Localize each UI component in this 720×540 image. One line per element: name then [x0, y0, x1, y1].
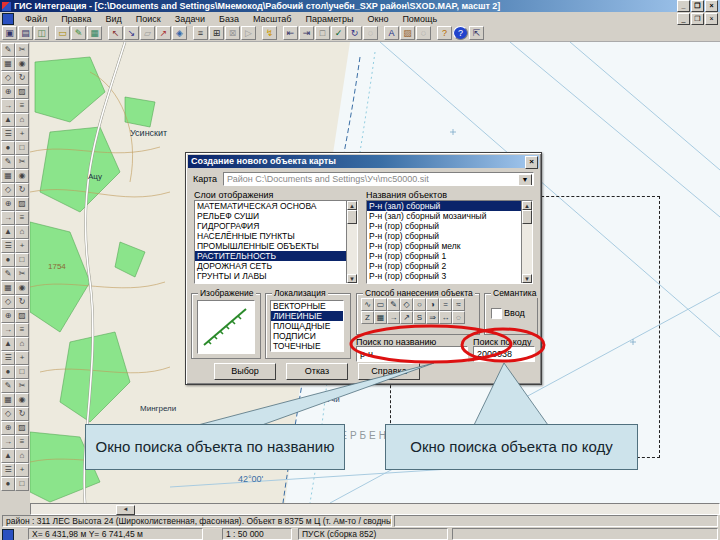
toolbar-button-25[interactable]: ↻	[347, 26, 362, 40]
edit-tool-button-31[interactable]: □	[15, 253, 29, 267]
list-item[interactable]: ЛИНЕЙНЫЕ	[271, 311, 343, 321]
list-item[interactable]: ПОДПИСИ	[271, 331, 343, 341]
edit-tool-button-62[interactable]: ●	[1, 477, 15, 491]
list-item[interactable]: ГРУНТЫ И ЛАВЫ	[195, 271, 347, 281]
chevron-down-icon[interactable]: ▼	[518, 174, 532, 186]
toolbar-button-26[interactable]: ◌	[363, 26, 378, 40]
edit-tool-button-32[interactable]: ✎	[1, 267, 15, 281]
edit-tool-button-29[interactable]: +	[15, 239, 29, 253]
menu-item-5[interactable]: База	[212, 14, 246, 24]
edit-tool-button-15[interactable]: □	[15, 141, 29, 155]
edit-tool-button-57[interactable]: ≡	[15, 435, 29, 449]
edit-tool-button-24[interactable]: →	[1, 211, 15, 225]
list-item[interactable]: Р-н (гор) сборный 3	[367, 271, 522, 281]
toolbar-button-5[interactable]: ✎	[71, 26, 86, 40]
toolbar-button-4[interactable]: ▭	[55, 26, 70, 40]
minimize-button[interactable]: _	[677, 0, 690, 12]
list-item[interactable]: Р-н (гор) сборный 1	[367, 251, 522, 261]
help-button[interactable]: Справка	[358, 363, 420, 380]
mdi-minimize-button[interactable]: _	[677, 13, 690, 25]
edit-tool-button-56[interactable]: →	[1, 435, 15, 449]
scrollbar-thumb[interactable]	[347, 210, 357, 224]
list-item[interactable]: НАСЕЛЁННЫЕ ПУНКТЫ	[195, 231, 347, 241]
toolbar-button-22[interactable]: ⇥	[299, 26, 314, 40]
draw-mode-icon-9[interactable]: ▦	[374, 311, 387, 324]
edit-tool-button-42[interactable]: ▲	[1, 337, 15, 351]
edit-tool-button-3[interactable]: ◉	[15, 57, 29, 71]
edit-tool-button-9[interactable]: ≡	[15, 99, 29, 113]
toolbar-button-28[interactable]: A	[384, 26, 399, 40]
menu-item-1[interactable]: Правка	[54, 14, 98, 24]
toolbar-button-0[interactable]: ▣	[2, 26, 17, 40]
edit-tool-button-5[interactable]: ↻	[15, 71, 29, 85]
edit-tool-button-51[interactable]: ◉	[15, 393, 29, 407]
edit-tool-button-11[interactable]: ⌂	[15, 113, 29, 127]
edit-tool-button-30[interactable]: ●	[1, 253, 15, 267]
list-item[interactable]: Р-н (гор) сборный 2	[367, 261, 522, 271]
edit-tool-button-55[interactable]: ▨	[15, 421, 29, 435]
edit-tool-button-63[interactable]: □	[15, 477, 29, 491]
edit-tool-button-54[interactable]: ⊕	[1, 421, 15, 435]
edit-tool-button-52[interactable]: ◇	[1, 407, 15, 421]
toolbar-button-15[interactable]: ⊞	[209, 26, 224, 40]
edit-tool-button-36[interactable]: ◇	[1, 295, 15, 309]
toolbar-button-21[interactable]: ⇤	[283, 26, 298, 40]
toolbar-button-23[interactable]: □	[315, 26, 330, 40]
edit-tool-button-43[interactable]: ⌂	[15, 337, 29, 351]
toolbar-button-12[interactable]: ◈	[172, 26, 187, 40]
list-item[interactable]: Р-н (зал) сборный	[367, 201, 522, 211]
close-button[interactable]: ×	[705, 0, 718, 12]
edit-tool-button-47[interactable]: □	[15, 365, 29, 379]
edit-tool-button-26[interactable]: ▲	[1, 225, 15, 239]
maximize-button[interactable]: ❐	[691, 0, 704, 12]
select-button[interactable]: Выбор	[214, 363, 276, 380]
draw-mode-icon-7[interactable]: ≈	[452, 298, 465, 311]
edit-tool-button-16[interactable]: ✎	[1, 155, 15, 169]
edit-tool-button-21[interactable]: ↻	[15, 183, 29, 197]
map-horizontal-scrollbar[interactable]: ◄	[30, 503, 720, 515]
menu-item-3[interactable]: Поиск	[129, 14, 168, 24]
edit-tool-button-44[interactable]: ☰	[1, 351, 15, 365]
draw-mode-icon-0[interactable]: ∿	[361, 298, 374, 311]
edit-tool-button-40[interactable]: →	[1, 323, 15, 337]
list-item[interactable]: ГИДРОГРАФИЯ	[195, 221, 347, 231]
toolbar-button-33[interactable]: ?	[453, 26, 468, 40]
draw-mode-icon-3[interactable]: ◇	[400, 298, 413, 311]
edit-tool-button-6[interactable]: ⊕	[1, 85, 15, 99]
list-item[interactable]: МАТЕМАТИЧЕСКАЯ ОСНОВА	[195, 201, 347, 211]
toolbar-button-6[interactable]: ▦	[87, 26, 102, 40]
layers-listbox[interactable]: МАТЕМАТИЧЕСКАЯ ОСНОВАРЕЛЬЕФ СУШИГИДРОГРА…	[194, 200, 358, 284]
localization-listbox[interactable]: ВЕКТОРНЫЕЛИНЕЙНЫЕПЛОЩАДНЫЕПОДПИСИТОЧЕЧНЫ…	[270, 300, 344, 352]
scroll-up-icon[interactable]: ▲	[347, 201, 357, 210]
list-item[interactable]: ПРОМЫШЛЕННЫЕ ОБЪЕКТЫ	[195, 241, 347, 251]
edit-tool-button-53[interactable]: ↻	[15, 407, 29, 421]
edit-tool-button-33[interactable]: ✂	[15, 267, 29, 281]
edit-tool-button-46[interactable]: ●	[1, 365, 15, 379]
scroll-up-icon[interactable]: ▲	[522, 201, 532, 210]
draw-mode-icon-4[interactable]: ○	[413, 298, 426, 311]
edit-tool-button-4[interactable]: ◇	[1, 71, 15, 85]
edit-tool-button-39[interactable]: ▨	[15, 309, 29, 323]
edit-tool-button-8[interactable]: →	[1, 99, 15, 113]
list-item[interactable]: РЕЛЬЕФ СУШИ	[195, 211, 347, 221]
list-item[interactable]: Р-н (гор) сборный мелк	[367, 241, 522, 251]
mdi-close-button[interactable]: ×	[705, 13, 718, 25]
search-code-input[interactable]: 2000038	[473, 346, 535, 362]
draw-mode-icon-11[interactable]: ↗	[400, 311, 413, 324]
draw-mode-icon-15[interactable]: ◌	[452, 311, 465, 324]
list-item[interactable]: Р-н (гор) сборный	[367, 221, 522, 231]
toolbar-button-11[interactable]: ↗	[156, 26, 171, 40]
cancel-button[interactable]: Отказ	[286, 363, 348, 380]
edit-tool-button-10[interactable]: ▲	[1, 113, 15, 127]
edit-tool-button-28[interactable]: ☰	[1, 239, 15, 253]
edit-tool-button-45[interactable]: +	[15, 351, 29, 365]
edit-tool-button-20[interactable]: ◇	[1, 183, 15, 197]
edit-tool-button-14[interactable]: ●	[1, 141, 15, 155]
edit-tool-button-19[interactable]: ◉	[15, 169, 29, 183]
edit-tool-button-13[interactable]: +	[15, 127, 29, 141]
list-item[interactable]: ПЛОЩАДНЫЕ	[271, 321, 343, 331]
edit-tool-button-23[interactable]: ▨	[15, 197, 29, 211]
toolbar-button-14[interactable]: ≡	[193, 26, 208, 40]
toolbar-button-24[interactable]: ✓	[331, 26, 346, 40]
menu-item-8[interactable]: Окно	[360, 14, 395, 24]
